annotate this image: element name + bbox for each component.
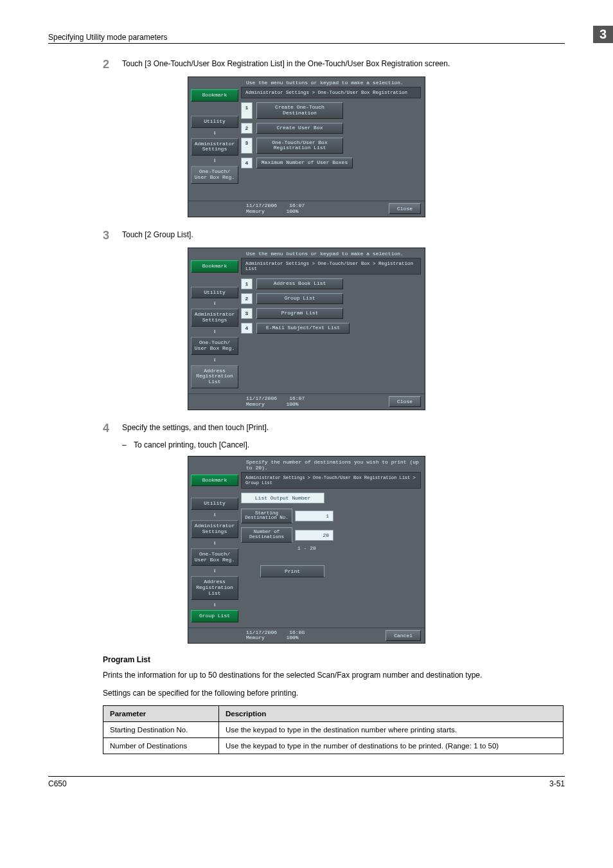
footer-memory-value: 100% — [286, 401, 298, 407]
bookmark-button[interactable]: Bookmark — [191, 89, 238, 102]
body-text: Settings can be specified for the follow… — [103, 687, 565, 699]
chapter-number: 3 — [593, 26, 613, 43]
nav-admin-settings[interactable]: Administrator Settings — [191, 309, 238, 327]
step-text: Specify the settings, and then touch [Pr… — [122, 422, 565, 434]
menu-item[interactable]: Create User Box — [256, 123, 343, 134]
menu-number: 2 — [241, 123, 253, 134]
close-button[interactable]: Close — [389, 203, 421, 214]
step-sub-bullet: –To cancel printing, touch [Cancel]. — [122, 440, 565, 449]
footer-time: 16:07 — [289, 395, 305, 401]
menu-item[interactable]: Group List — [256, 293, 343, 304]
menu-number: 4 — [241, 158, 253, 168]
range-note: 1 - 20 — [298, 545, 421, 551]
starting-dest-value[interactable]: 1 — [295, 511, 333, 521]
menu-number: 1 — [241, 278, 253, 289]
footer-time: 16:08 — [289, 629, 305, 635]
menu-item[interactable]: Address Book List — [256, 278, 343, 289]
param-name: Number of Destinations — [103, 738, 219, 754]
footer-time: 16:07 — [289, 203, 305, 208]
footer-date: 11/17/2006 — [246, 203, 277, 208]
num-dest-label: Number of Destinations — [241, 527, 292, 543]
starting-dest-label: Starting Destination No. — [241, 509, 292, 524]
menu-number: 2 — [241, 293, 253, 304]
menu-item[interactable]: E-Mail Subject/Text List — [256, 323, 350, 334]
chevron-down-icon: ⬇ — [191, 157, 238, 165]
device-screenshot: Specify the number of destinations you w… — [188, 456, 425, 644]
breadcrumb: Administrator Settings > One-Touch/User … — [241, 472, 421, 489]
chevron-down-icon: ⬇ — [191, 300, 238, 307]
nav-utility[interactable]: Utility — [191, 287, 238, 299]
nav-admin-settings[interactable]: Administrator Settings — [191, 520, 238, 538]
panel-instruction: Use the menu buttons or keypad to make a… — [188, 77, 425, 87]
bookmark-button[interactable]: Bookmark — [191, 260, 238, 273]
menu-item[interactable]: Program List — [256, 308, 343, 319]
menu-number: 4 — [241, 323, 253, 334]
parameter-table: Parameter Description Starting Destinati… — [103, 705, 564, 754]
nav-utility[interactable]: Utility — [191, 116, 238, 128]
table-row: Number of Destinations Use the keypad to… — [103, 738, 564, 754]
table-header: Description — [219, 706, 564, 722]
device-screenshot: Use the menu buttons or keypad to make a… — [188, 77, 425, 217]
nav-one-touch[interactable]: One-Touch/ User Box Reg. — [191, 166, 238, 184]
menu-item[interactable]: One-Touch/User Box Registration List — [256, 138, 343, 154]
chevron-down-icon: ⬇ — [191, 129, 238, 137]
chevron-down-icon: ⬇ — [191, 356, 238, 364]
footer-memory-value: 100% — [286, 635, 298, 640]
device-screenshot: Use the menu buttons or keypad to make a… — [188, 248, 425, 410]
menu-item[interactable]: Maximum Number of User Boxes — [256, 158, 353, 168]
nav-address-registration-list[interactable]: Address Registration List — [191, 365, 238, 388]
close-button[interactable]: Close — [389, 396, 421, 407]
body-text: Prints the information for up to 50 dest… — [103, 669, 565, 681]
chevron-down-icon: ⬇ — [191, 567, 238, 575]
footer-date: 11/17/2006 — [246, 395, 277, 401]
step-number: 2 — [103, 58, 122, 70]
num-dest-value[interactable]: 20 — [295, 530, 333, 541]
step-number: 3 — [103, 229, 122, 241]
table-header: Parameter — [103, 706, 219, 722]
menu-number: 1 — [241, 102, 253, 119]
nav-admin-settings[interactable]: Administrator Settings — [191, 138, 238, 156]
nav-group-list[interactable]: Group List — [191, 610, 238, 622]
step-text: Touch [2 Group List]. — [122, 229, 565, 241]
subsection-heading: Program List — [103, 655, 565, 664]
nav-utility[interactable]: Utility — [191, 498, 238, 510]
param-name: Starting Destination No. — [103, 722, 219, 738]
panel-instruction: Specify the number of destinations you w… — [188, 457, 425, 472]
footer-page: 3-51 — [549, 779, 565, 788]
footer-memory-value: 100% — [286, 208, 298, 214]
footer-memory-label: Memory — [246, 208, 265, 214]
footer-model: C650 — [48, 779, 549, 788]
nav-one-touch[interactable]: One-Touch/ User Box Reg. — [191, 548, 238, 566]
menu-number: 3 — [241, 308, 253, 319]
table-row: Starting Destination No. Use the keypad … — [103, 722, 564, 738]
menu-item[interactable]: Create One-Touch Destination — [256, 102, 343, 119]
breadcrumb: Administrator Settings > One-Touch/User … — [241, 258, 421, 275]
param-desc: Use the keypad to type in the destinatio… — [219, 722, 564, 738]
footer-memory-label: Memory — [246, 635, 265, 640]
chevron-down-icon: ⬇ — [191, 601, 238, 609]
footer-memory-label: Memory — [246, 401, 265, 407]
step-number: 4 — [103, 422, 122, 434]
nav-one-touch[interactable]: One-Touch/ User Box Reg. — [191, 337, 238, 355]
chevron-down-icon: ⬇ — [191, 328, 238, 336]
bookmark-button[interactable]: Bookmark — [191, 475, 238, 487]
footer-date: 11/17/2006 — [246, 629, 277, 635]
chevron-down-icon: ⬇ — [191, 511, 238, 519]
breadcrumb: Administrator Settings > One-Touch/User … — [241, 87, 421, 98]
nav-address-registration-list[interactable]: Address Registration List — [191, 576, 238, 599]
chevron-down-icon: ⬇ — [191, 539, 238, 547]
panel-instruction: Use the menu buttons or keypad to make a… — [188, 248, 425, 258]
step-text: Touch [3 One-Touch/User Box Registration… — [122, 58, 565, 70]
print-button[interactable]: Print — [260, 565, 324, 577]
running-header: Specifying Utility mode parameters — [48, 33, 593, 42]
cancel-button[interactable]: Cancel — [386, 630, 421, 641]
param-desc: Use the keypad to type in the number of … — [219, 738, 564, 754]
menu-number: 3 — [241, 138, 253, 154]
section-label: List Output Number — [241, 493, 324, 503]
